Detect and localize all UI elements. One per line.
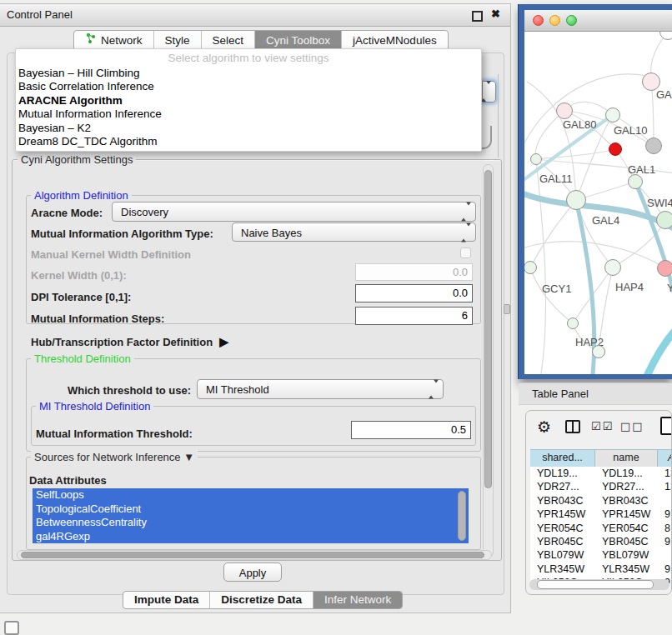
settings-horizontal-scrollbar[interactable]: [17, 550, 492, 560]
data-attributes-list[interactable]: SelfLoops TopologicalCoefficient Between…: [33, 488, 469, 543]
network-node-gal4[interactable]: [566, 190, 586, 210]
network-node-gal1[interactable]: [628, 174, 643, 189]
table-row[interactable]: YDL19...YDL19...13: [530, 467, 672, 480]
tab-jactivemnodules[interactable]: jActiveMNodules: [341, 31, 448, 50]
bottom-left-panel-icon[interactable]: [4, 621, 19, 635]
table-body[interactable]: YDL19...YDL19...13YDR27...YDR27...12YBR0…: [530, 467, 672, 583]
panel-title: Control Panel: [7, 8, 73, 21]
list-item-betweennesscentrality[interactable]: BetweennessCentrality: [33, 516, 469, 530]
table-cell: 8.: [658, 522, 672, 535]
table-row[interactable]: YLR345WYLR345W9.: [530, 562, 672, 576]
mi-steps-label: Mutual Information Steps:: [31, 312, 164, 325]
network-node-hap4[interactable]: [604, 259, 621, 276]
aracne-mode-value: Discovery: [121, 206, 168, 218]
mi-threshold-field[interactable]: 0.5: [351, 421, 471, 439]
column-header-name[interactable]: name: [595, 450, 658, 468]
sources-toggle[interactable]: Sources for Network Inference ▼: [31, 451, 198, 463]
dpi-tolerance-field[interactable]: 0.0: [355, 284, 473, 302]
document-icon[interactable]: [660, 417, 672, 435]
dropdown-item-basic-correlation[interactable]: Basic Correlation Inference: [16, 80, 481, 93]
network-edge: [530, 268, 573, 323]
network-node-gal80[interactable]: [556, 102, 573, 119]
column-header-partial[interactable]: A: [658, 450, 672, 468]
dropdown-item-bayesian-k2[interactable]: Bayesian – K2: [16, 122, 481, 135]
dropdown-item-bayesian-hill-climbing[interactable]: Bayesian – Hill Climbing: [16, 67, 481, 80]
select-all-checkboxes-icon[interactable]: ☑☑: [591, 420, 614, 432]
mi-threshold-label: Mutual Information Threshold:: [36, 428, 193, 440]
settings-horizontal-scrollbar-thumb[interactable]: [21, 552, 484, 558]
list-scrollbar-thumb[interactable]: [458, 491, 466, 541]
mi-algorithm-type-combobox[interactable]: Naive Bayes: [232, 222, 476, 242]
table-cell: YPR145W: [530, 508, 595, 521]
apply-button[interactable]: Apply: [223, 562, 282, 582]
network-canvas[interactable]: GALGAL80GAL10GAL1GAL11GAL4GCY1HAP4YHAP2S…: [524, 32, 672, 374]
minimize-traffic-light-icon[interactable]: [549, 15, 560, 26]
network-icon: [85, 31, 97, 50]
close-icon[interactable]: ✖: [491, 8, 500, 20]
list-item-gal4rgexp[interactable]: gal4RGexp: [33, 530, 469, 544]
table-cell: YDR27...: [530, 480, 595, 493]
gear-icon[interactable]: ⚙: [537, 418, 551, 436]
dropdown-item-aracne[interactable]: ARACNE Algorithm: [16, 94, 481, 108]
table-row[interactable]: YBR045CYBR045C9.: [530, 535, 672, 548]
node-label: GCY1: [542, 282, 571, 295]
network-node[interactable]: [592, 345, 605, 358]
table-row[interactable]: YBL079WYBL079W: [530, 548, 672, 562]
node-label: GAL4: [592, 214, 619, 227]
network-window-titlebar[interactable]: [524, 10, 672, 32]
table-cell: 9.: [658, 562, 672, 576]
table-row[interactable]: YBR043CYBR043C: [530, 494, 672, 508]
settings-vertical-scrollbar-thumb[interactable]: [484, 170, 492, 488]
manual-kernel-width-checkbox[interactable]: [460, 248, 471, 258]
aracne-mode-combobox[interactable]: Discovery: [112, 202, 476, 222]
tab-impute-data[interactable]: Impute Data: [123, 592, 209, 608]
tab-network[interactable]: Network: [74, 31, 153, 50]
table-cell: [658, 494, 672, 508]
close-traffic-light-icon[interactable]: [533, 15, 544, 26]
mi-steps-field[interactable]: 6: [355, 307, 473, 325]
zoom-traffic-light-icon[interactable]: [566, 15, 577, 26]
network-node[interactable]: [656, 211, 672, 229]
tab-infer-network[interactable]: Infer Network: [313, 592, 402, 608]
list-item-topologicalcoefficient[interactable]: TopologicalCoefficient: [33, 502, 469, 517]
expand-right-icon: ▶: [219, 335, 228, 348]
control-panel-window: Control Panel ✖ Network Style: [0, 3, 511, 613]
tab-discretize-data[interactable]: Discretize Data: [209, 592, 313, 608]
tab-style[interactable]: Style: [153, 31, 201, 50]
float-window-icon[interactable]: [472, 11, 483, 22]
panel-divider-handle[interactable]: [504, 304, 510, 314]
table-cell: YER054C: [595, 522, 658, 535]
which-threshold-combobox[interactable]: MI Threshold: [197, 379, 444, 399]
kernel-width-field[interactable]: 0.0: [355, 263, 473, 281]
dropdown-item-mutual-information[interactable]: Mutual Information Inference: [16, 108, 481, 121]
tab-select[interactable]: Select: [201, 31, 255, 50]
network-view-window: GALGAL80GAL10GAL1GAL11GAL4GCY1HAP4YHAP2S…: [519, 4, 672, 379]
dropdown-item-dream8[interactable]: Dream8 DC_TDC Algorithm: [16, 135, 481, 148]
table-row[interactable]: YER054CYER054C8.: [530, 522, 672, 535]
network-node-gal10[interactable]: [605, 108, 620, 122]
deselect-all-checkboxes-icon[interactable]: □□: [620, 420, 644, 432]
combobox-spinner-fragment[interactable]: [482, 81, 496, 102]
tab-label: Network: [101, 31, 143, 50]
table-row[interactable]: YPR145WYPR145W9.: [530, 508, 672, 521]
hub-definition-toggle[interactable]: Hub/Transcription Factor Definition▶: [31, 335, 228, 348]
network-node-y[interactable]: [657, 260, 672, 277]
spinner-arrows-icon: [481, 84, 491, 99]
table-cell: YDL19...: [530, 467, 595, 480]
tab-cyni-toolbox[interactable]: Cyni Toolbox: [254, 31, 341, 50]
column-layout-icon[interactable]: [565, 420, 580, 433]
which-threshold-label: Which threshold to use:: [68, 384, 191, 397]
table-row[interactable]: YDR27...YDR27...12: [530, 480, 672, 493]
list-item-selfloops[interactable]: SelfLoops: [33, 488, 469, 502]
node-label: GAL80: [563, 118, 596, 131]
network-node[interactable]: [609, 142, 622, 156]
node-label: GAL10: [614, 124, 647, 137]
network-node-gal11[interactable]: [530, 153, 542, 165]
settings-vertical-scrollbar[interactable]: [483, 164, 494, 558]
table-cell: YLR345W: [595, 562, 658, 576]
network-node-hap2[interactable]: [567, 318, 579, 329]
table-horizontal-scrollbar[interactable]: [529, 579, 669, 590]
column-header-shared[interactable]: shared...: [530, 450, 595, 468]
network-node[interactable]: [645, 138, 662, 154]
table-horizontal-scrollbar-thumb[interactable]: [537, 580, 654, 589]
